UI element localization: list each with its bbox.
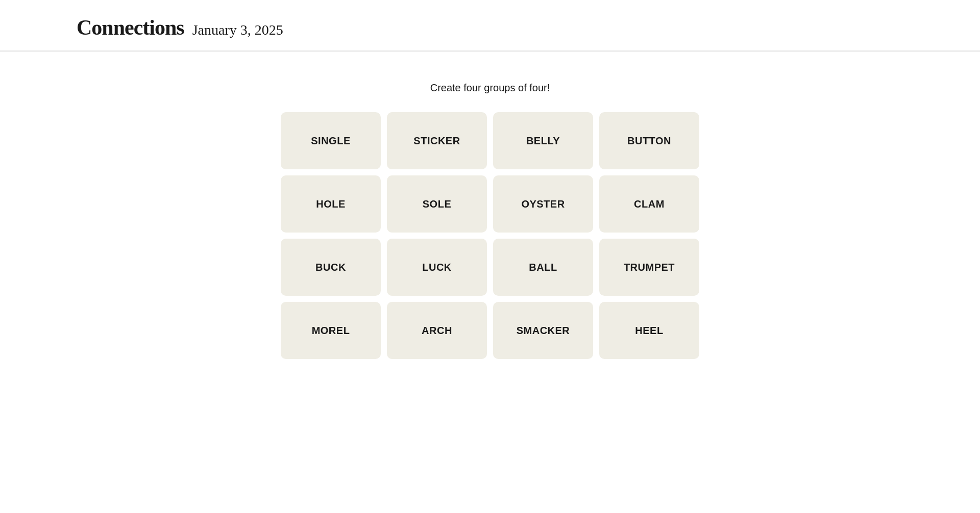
tile-button-label: BUTTON [627, 135, 671, 147]
page-date: January 3, 2025 [192, 22, 283, 38]
tile-single[interactable]: SINGLE [281, 112, 381, 169]
tile-luck[interactable]: LUCK [387, 239, 487, 296]
tile-trumpet-label: TRUMPET [624, 262, 675, 273]
page-header: Connections January 3, 2025 [0, 0, 980, 50]
tile-sole[interactable]: SOLE [387, 175, 487, 233]
divider-top [0, 50, 980, 50]
instructions-text: Create four groups of four! [430, 82, 550, 94]
tile-heel[interactable]: HEEL [599, 302, 699, 359]
tile-clam-label: CLAM [634, 198, 665, 210]
tile-smacker[interactable]: SMACKER [493, 302, 593, 359]
tile-arch[interactable]: ARCH [387, 302, 487, 359]
tile-buck[interactable]: BUCK [281, 239, 381, 296]
tile-buck-label: BUCK [315, 262, 346, 273]
tile-heel-label: HEEL [635, 325, 663, 337]
tile-morel[interactable]: MOREL [281, 302, 381, 359]
tile-sole-label: SOLE [423, 198, 451, 210]
tile-hole[interactable]: HOLE [281, 175, 381, 233]
tile-grid: SINGLESTICKERBELLYBUTTONHOLESOLEOYSTERCL… [281, 112, 699, 359]
tile-sticker[interactable]: STICKER [387, 112, 487, 169]
tile-clam[interactable]: CLAM [599, 175, 699, 233]
tile-morel-label: MOREL [312, 325, 350, 337]
tile-trumpet[interactable]: TRUMPET [599, 239, 699, 296]
tile-button[interactable]: BUTTON [599, 112, 699, 169]
tile-belly-label: BELLY [526, 135, 560, 147]
tile-ball[interactable]: BALL [493, 239, 593, 296]
tile-oyster[interactable]: OYSTER [493, 175, 593, 233]
game-area: Create four groups of four! SINGLESTICKE… [0, 52, 980, 359]
tile-sticker-label: STICKER [413, 135, 460, 147]
tile-luck-label: LUCK [422, 262, 452, 273]
tile-single-label: SINGLE [311, 135, 350, 147]
tile-hole-label: HOLE [316, 198, 346, 210]
tile-ball-label: BALL [529, 262, 557, 273]
page-title: Connections [77, 15, 184, 40]
tile-smacker-label: SMACKER [517, 325, 570, 337]
tile-oyster-label: OYSTER [521, 198, 565, 210]
tile-arch-label: ARCH [422, 325, 452, 337]
tile-belly[interactable]: BELLY [493, 112, 593, 169]
